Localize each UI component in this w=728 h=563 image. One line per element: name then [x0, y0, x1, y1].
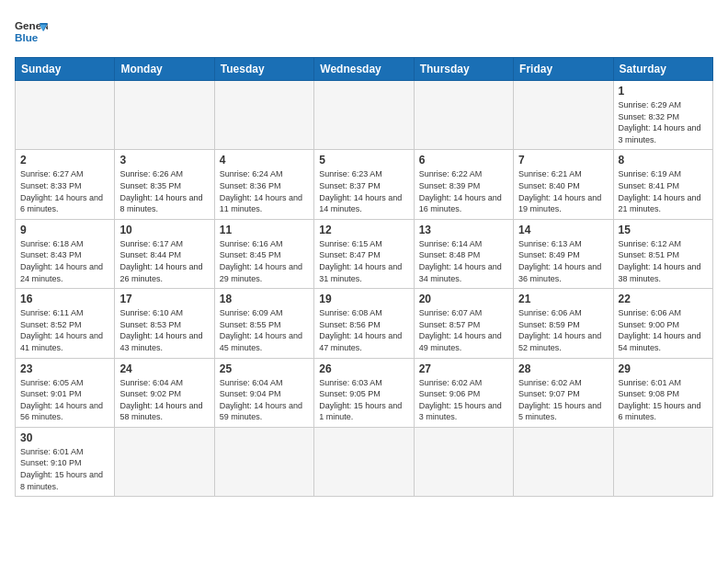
calendar-cell: [414, 81, 513, 150]
calendar-cell: 6Sunrise: 6:22 AM Sunset: 8:39 PM Daylig…: [414, 150, 513, 219]
calendar-cell: [214, 427, 313, 496]
calendar-cell: 19Sunrise: 6:08 AM Sunset: 8:56 PM Dayli…: [314, 289, 414, 358]
weekday-header-tuesday: Tuesday: [214, 58, 313, 81]
calendar-cell: 17Sunrise: 6:10 AM Sunset: 8:53 PM Dayli…: [115, 289, 214, 358]
day-number: 29: [619, 362, 708, 375]
day-number: 27: [419, 362, 508, 375]
day-info: Sunrise: 6:01 AM Sunset: 9:08 PM Dayligh…: [619, 377, 708, 423]
day-number: 21: [518, 293, 608, 305]
day-info: Sunrise: 6:23 AM Sunset: 8:37 PM Dayligh…: [319, 168, 408, 214]
day-number: 24: [119, 362, 209, 375]
calendar-cell: 7Sunrise: 6:21 AM Sunset: 8:40 PM Daylig…: [514, 150, 613, 219]
calendar-cell: 21Sunrise: 6:06 AM Sunset: 8:59 PM Dayli…: [514, 289, 613, 358]
calendar-cell: [115, 427, 214, 496]
calendar-cell: 18Sunrise: 6:09 AM Sunset: 8:55 PM Dayli…: [214, 289, 313, 358]
day-number: 22: [619, 293, 708, 305]
day-number: 20: [419, 293, 508, 305]
calendar-cell: 29Sunrise: 6:01 AM Sunset: 9:08 PM Dayli…: [613, 358, 712, 427]
day-info: Sunrise: 6:02 AM Sunset: 9:06 PM Dayligh…: [419, 377, 508, 423]
day-info: Sunrise: 6:01 AM Sunset: 9:10 PM Dayligh…: [20, 446, 109, 492]
day-info: Sunrise: 6:04 AM Sunset: 9:02 PM Dayligh…: [119, 377, 209, 423]
day-info: Sunrise: 6:09 AM Sunset: 8:55 PM Dayligh…: [220, 307, 309, 353]
day-number: 11: [220, 224, 309, 236]
day-info: Sunrise: 6:07 AM Sunset: 8:57 PM Dayligh…: [419, 307, 508, 353]
day-info: Sunrise: 6:29 AM Sunset: 8:32 PM Dayligh…: [619, 99, 708, 145]
day-info: Sunrise: 6:27 AM Sunset: 8:33 PM Dayligh…: [20, 168, 109, 214]
calendar-cell: 12Sunrise: 6:15 AM Sunset: 8:47 PM Dayli…: [314, 219, 414, 288]
day-info: Sunrise: 6:15 AM Sunset: 8:47 PM Dayligh…: [319, 238, 408, 284]
day-number: 25: [220, 362, 309, 375]
calendar-cell: [16, 81, 115, 150]
calendar-cell: 23Sunrise: 6:05 AM Sunset: 9:01 PM Dayli…: [16, 358, 115, 427]
calendar-cell: 16Sunrise: 6:11 AM Sunset: 8:52 PM Dayli…: [16, 289, 115, 358]
day-number: 18: [220, 293, 309, 305]
calendar-week-row: 1Sunrise: 6:29 AM Sunset: 8:32 PM Daylig…: [16, 81, 713, 150]
calendar-cell: [414, 427, 513, 496]
day-info: Sunrise: 6:26 AM Sunset: 8:35 PM Dayligh…: [119, 168, 209, 214]
day-number: 26: [319, 362, 408, 375]
day-number: 12: [319, 224, 408, 236]
calendar-cell: 3Sunrise: 6:26 AM Sunset: 8:35 PM Daylig…: [115, 150, 214, 219]
calendar-cell: [514, 427, 613, 496]
calendar-cell: 5Sunrise: 6:23 AM Sunset: 8:37 PM Daylig…: [314, 150, 414, 219]
day-number: 2: [20, 154, 109, 167]
calendar-cell: 24Sunrise: 6:04 AM Sunset: 9:02 PM Dayli…: [115, 358, 214, 427]
calendar-cell: 14Sunrise: 6:13 AM Sunset: 8:49 PM Dayli…: [514, 219, 613, 288]
weekday-header-monday: Monday: [115, 58, 214, 81]
day-info: Sunrise: 6:10 AM Sunset: 8:53 PM Dayligh…: [119, 307, 209, 353]
weekday-header-wednesday: Wednesday: [314, 58, 414, 81]
calendar-cell: [115, 81, 214, 150]
day-info: Sunrise: 6:06 AM Sunset: 9:00 PM Dayligh…: [619, 307, 708, 353]
day-number: 13: [419, 224, 508, 236]
calendar-cell: 8Sunrise: 6:19 AM Sunset: 8:41 PM Daylig…: [613, 150, 712, 219]
calendar-cell: [314, 427, 414, 496]
day-number: 23: [20, 362, 109, 375]
logo-icon: General Blue: [15, 15, 48, 48]
day-number: 9: [20, 224, 109, 236]
day-info: Sunrise: 6:19 AM Sunset: 8:41 PM Dayligh…: [619, 168, 708, 214]
day-number: 8: [619, 154, 708, 167]
day-info: Sunrise: 6:04 AM Sunset: 9:04 PM Dayligh…: [220, 377, 309, 423]
day-info: Sunrise: 6:21 AM Sunset: 8:40 PM Dayligh…: [518, 168, 608, 214]
calendar-week-row: 2Sunrise: 6:27 AM Sunset: 8:33 PM Daylig…: [16, 150, 713, 219]
calendar-cell: 25Sunrise: 6:04 AM Sunset: 9:04 PM Dayli…: [214, 358, 313, 427]
weekday-header-saturday: Saturday: [613, 58, 712, 81]
calendar-cell: 13Sunrise: 6:14 AM Sunset: 8:48 PM Dayli…: [414, 219, 513, 288]
day-number: 6: [419, 154, 508, 167]
calendar-week-row: 9Sunrise: 6:18 AM Sunset: 8:43 PM Daylig…: [16, 219, 713, 288]
day-info: Sunrise: 6:06 AM Sunset: 8:59 PM Dayligh…: [518, 307, 608, 353]
calendar-table: SundayMondayTuesdayWednesdayThursdayFrid…: [15, 57, 713, 497]
day-info: Sunrise: 6:13 AM Sunset: 8:49 PM Dayligh…: [518, 238, 608, 284]
weekday-header-thursday: Thursday: [414, 58, 513, 81]
day-number: 19: [319, 293, 408, 305]
calendar-cell: 22Sunrise: 6:06 AM Sunset: 9:00 PM Dayli…: [613, 289, 712, 358]
day-info: Sunrise: 6:12 AM Sunset: 8:51 PM Dayligh…: [619, 238, 708, 284]
calendar-cell: 9Sunrise: 6:18 AM Sunset: 8:43 PM Daylig…: [16, 219, 115, 288]
calendar-cell: 2Sunrise: 6:27 AM Sunset: 8:33 PM Daylig…: [16, 150, 115, 219]
day-number: 1: [619, 85, 708, 98]
day-info: Sunrise: 6:14 AM Sunset: 8:48 PM Dayligh…: [419, 238, 508, 284]
calendar-cell: [214, 81, 313, 150]
calendar-cell: [514, 81, 613, 150]
day-info: Sunrise: 6:03 AM Sunset: 9:05 PM Dayligh…: [319, 377, 408, 423]
calendar-cell: 26Sunrise: 6:03 AM Sunset: 9:05 PM Dayli…: [314, 358, 414, 427]
day-number: 7: [518, 154, 608, 167]
calendar-cell: 15Sunrise: 6:12 AM Sunset: 8:51 PM Dayli…: [613, 219, 712, 288]
calendar-cell: 27Sunrise: 6:02 AM Sunset: 9:06 PM Dayli…: [414, 358, 513, 427]
calendar-cell: 10Sunrise: 6:17 AM Sunset: 8:44 PM Dayli…: [115, 219, 214, 288]
day-number: 28: [518, 362, 608, 375]
day-info: Sunrise: 6:05 AM Sunset: 9:01 PM Dayligh…: [20, 377, 109, 423]
page-header: General Blue: [15, 15, 713, 48]
day-number: 10: [119, 224, 209, 236]
calendar-cell: 30Sunrise: 6:01 AM Sunset: 9:10 PM Dayli…: [16, 427, 115, 496]
day-number: 14: [518, 224, 608, 236]
day-info: Sunrise: 6:18 AM Sunset: 8:43 PM Dayligh…: [20, 238, 109, 284]
calendar-cell: 11Sunrise: 6:16 AM Sunset: 8:45 PM Dayli…: [214, 219, 313, 288]
day-info: Sunrise: 6:24 AM Sunset: 8:36 PM Dayligh…: [220, 168, 309, 214]
day-info: Sunrise: 6:16 AM Sunset: 8:45 PM Dayligh…: [220, 238, 309, 284]
day-info: Sunrise: 6:22 AM Sunset: 8:39 PM Dayligh…: [419, 168, 508, 214]
day-number: 30: [20, 431, 109, 444]
day-info: Sunrise: 6:08 AM Sunset: 8:56 PM Dayligh…: [319, 307, 408, 353]
calendar-cell: [314, 81, 414, 150]
logo: General Blue: [15, 15, 48, 48]
